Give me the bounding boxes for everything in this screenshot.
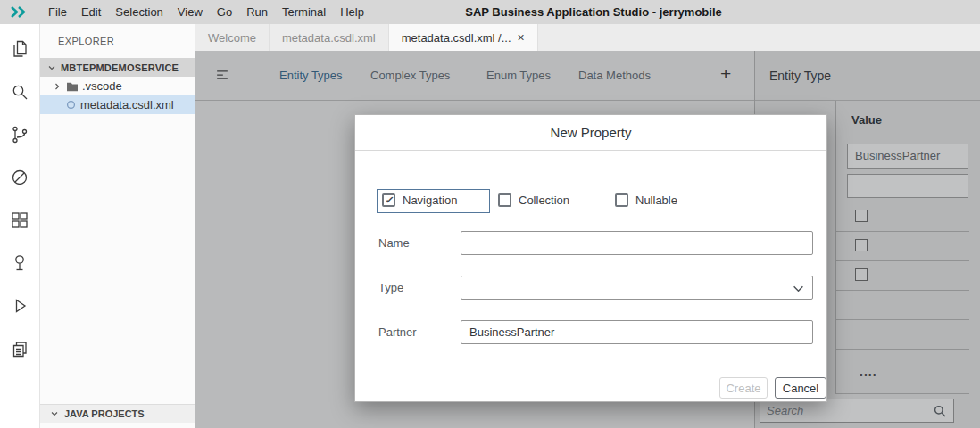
- menu-bar: File Edit Selection View Go Run Terminal…: [0, 0, 980, 24]
- editor-tab-bar: Welcome metadata.csdl.xml metadata.csdl.…: [195, 24, 980, 51]
- collection-checkbox[interactable]: Collection: [498, 193, 569, 207]
- menu-view[interactable]: View: [170, 5, 210, 19]
- tree-item-vscode[interactable]: .vscode: [40, 77, 195, 95]
- name-field[interactable]: [461, 231, 813, 255]
- pin-icon: [9, 252, 30, 274]
- navigation-checkbox[interactable]: ✓ Navigation: [382, 193, 457, 207]
- activity-bar: [0, 24, 40, 428]
- projects-activity-button[interactable]: [0, 327, 40, 370]
- checkbox-label: Collection: [519, 193, 569, 207]
- window-title: SAP Business Application Studio - jerrym…: [465, 5, 722, 19]
- checkbox-box: ✓: [382, 193, 395, 207]
- java-projects-section[interactable]: JAVA PROJECTS: [40, 404, 195, 423]
- checkbox-box: [498, 193, 511, 207]
- create-button[interactable]: Create: [719, 377, 768, 399]
- sap-logo-icon: [9, 5, 30, 19]
- circle-slash-activity-button[interactable]: [0, 156, 40, 199]
- search-icon: [9, 81, 30, 103]
- pin-activity-button[interactable]: [0, 242, 40, 284]
- explorer-activity-button[interactable]: [0, 28, 40, 70]
- editor-webview: Entity Types Complex Types Enum Types Da…: [195, 51, 980, 428]
- search-activity-button[interactable]: [0, 70, 40, 113]
- tab-metadata-csdl-xml[interactable]: metadata.csdl.xml: [270, 24, 389, 51]
- checkbox-label: Nullable: [635, 193, 677, 207]
- java-projects-label: JAVA PROJECTS: [64, 408, 145, 419]
- files-icon: [9, 38, 30, 60]
- tab-label: metadata.csdl.xml /...: [402, 31, 511, 45]
- cancel-button[interactable]: Cancel: [775, 377, 826, 399]
- circle-slash-icon: [9, 167, 30, 188]
- tab-welcome[interactable]: Welcome: [195, 24, 270, 51]
- checkbox-box: [615, 193, 628, 207]
- type-select[interactable]: [461, 276, 813, 300]
- folder-icon: [66, 81, 79, 92]
- tree-item-metadata-csdl-xml[interactable]: metadata.csdl.xml: [40, 95, 195, 114]
- nullable-checkbox[interactable]: Nullable: [615, 193, 677, 207]
- extensions-activity-button[interactable]: [0, 199, 40, 242]
- menu-terminal[interactable]: Terminal: [275, 5, 333, 19]
- source-control-activity-button[interactable]: [0, 113, 40, 156]
- run-icon: [9, 295, 30, 317]
- dialog-title: New Property: [355, 115, 826, 151]
- tab-metadata-csdl-xml-editor[interactable]: metadata.csdl.xml /... ×: [389, 24, 538, 51]
- menu-selection[interactable]: Selection: [108, 5, 170, 19]
- chevron-down-icon: [793, 285, 804, 292]
- chevron-right-icon: [52, 81, 62, 92]
- type-label: Type: [378, 276, 403, 300]
- checkbox-label: Navigation: [403, 193, 457, 207]
- menu-run[interactable]: Run: [239, 5, 275, 19]
- source-control-icon: [9, 124, 30, 145]
- menu-help[interactable]: Help: [333, 5, 371, 19]
- tab-label: Welcome: [208, 31, 256, 45]
- stack-icon: [9, 338, 30, 359]
- partner-field[interactable]: [461, 320, 813, 344]
- menu-go[interactable]: Go: [210, 5, 239, 19]
- name-label: Name: [378, 231, 410, 255]
- chevron-down-icon: [46, 62, 57, 73]
- app-window: File Edit Selection View Go Run Terminal…: [0, 0, 980, 428]
- explorer-sidebar: EXPLORER MBTEPMDEMOSERVICE .vscode metad…: [40, 24, 195, 428]
- menu-file[interactable]: File: [41, 5, 74, 19]
- run-activity-button[interactable]: [0, 284, 40, 327]
- new-property-dialog: New Property ✓ Navigation Collection Nul…: [354, 114, 827, 402]
- tree-root-mbtepmdemoservice[interactable]: MBTEPMDEMOSERVICE: [40, 58, 195, 77]
- tree-item-label: .vscode: [82, 79, 122, 93]
- chevron-down-icon: [49, 408, 60, 419]
- close-tab-icon[interactable]: ×: [518, 31, 525, 44]
- tab-label: metadata.csdl.xml: [282, 31, 376, 45]
- explorer-header: EXPLORER: [40, 24, 195, 58]
- tree-root-label: MBTEPMDEMOSERVICE: [61, 62, 179, 73]
- extensions-icon: [9, 210, 30, 231]
- tree-item-label: metadata.csdl.xml: [80, 98, 174, 111]
- xml-file-icon: [65, 99, 77, 111]
- partner-label: Partner: [378, 320, 417, 344]
- menu-edit[interactable]: Edit: [74, 5, 108, 19]
